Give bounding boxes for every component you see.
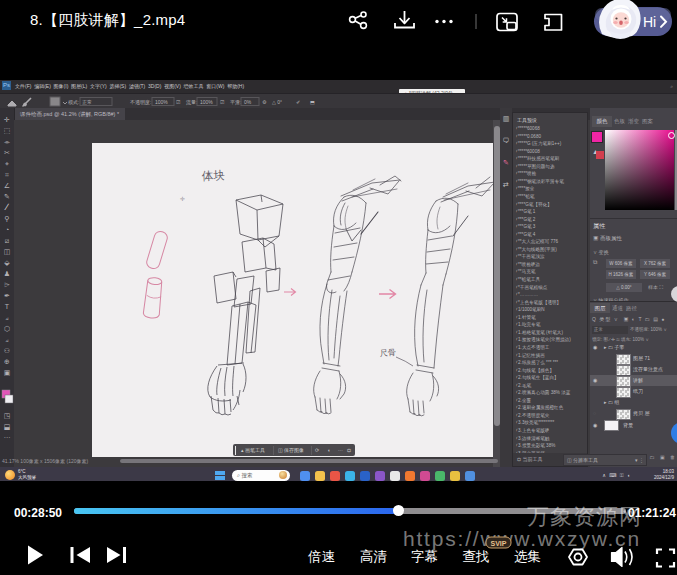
svg-text:100%: 100% (200, 99, 213, 105)
svg-text:⚇: ⚇ (4, 347, 10, 354)
svg-text:0%: 0% (244, 99, 252, 105)
svg-text:流量:: 流量: (186, 99, 197, 106)
svg-text:⬚: ⬚ (4, 127, 11, 134)
svg-text:⚲: ⚲ (4, 215, 9, 222)
svg-text:♟: ♟ (4, 270, 10, 277)
svg-text:☑: ☑ (220, 99, 224, 105)
svg-text:⌖: ⌖ (5, 160, 9, 167)
svg-text:✛: ✛ (180, 196, 185, 202)
svg-text:✐: ✐ (296, 99, 300, 105)
svg-text:⟓: ⟓ (5, 336, 8, 343)
svg-text:SVIP: SVIP (491, 540, 507, 547)
svg-text:△ 0°: △ 0° (272, 99, 282, 105)
svg-text:☑: ☑ (176, 99, 180, 105)
svg-text:⌲: ⌲ (4, 281, 10, 288)
svg-text:⬓: ⬓ (4, 423, 11, 430)
svg-text:正常: 正常 (82, 99, 92, 105)
svg-text:字幕: 字幕 (411, 549, 438, 564)
svg-text:100%: 100% (155, 99, 168, 105)
svg-text:∕: ∕ (4, 202, 9, 212)
svg-text:⬙: ⬙ (4, 259, 10, 266)
svg-text:⊕: ⊕ (4, 358, 10, 365)
svg-text:倍速: 倍速 (308, 549, 336, 564)
svg-text:◔: ◔ (5, 226, 9, 233)
svg-text:✎: ✎ (4, 193, 10, 200)
svg-text:✛: ✛ (4, 116, 10, 123)
svg-text:⚙: ⚙ (262, 99, 267, 105)
svg-text:⬒: ⬒ (310, 99, 315, 105)
svg-text:T: T (5, 303, 10, 310)
svg-text:✒: ✒ (4, 292, 10, 299)
svg-text:高清: 高清 (360, 549, 388, 564)
svg-text:⌯: ⌯ (4, 138, 10, 145)
svg-text:∠: ∠ (4, 182, 10, 189)
svg-text:◳: ◳ (4, 412, 11, 419)
svg-text:▣: ▣ (4, 369, 11, 376)
svg-text:模式:: 模式: (68, 99, 79, 105)
svg-text:平滑:: 平滑: (230, 99, 241, 106)
svg-text:尺骨: 尺骨 (380, 348, 397, 358)
svg-text:体块: 体块 (202, 169, 225, 182)
svg-text:✂: ✂ (4, 149, 10, 156)
svg-text:◫: ◫ (4, 248, 11, 255)
svg-text:选集: 选集 (514, 549, 541, 564)
svg-text:不透明度:: 不透明度: (130, 99, 151, 106)
svg-text:⟓: ⟓ (5, 314, 8, 321)
svg-text:⌗: ⌗ (5, 171, 9, 178)
svg-text:⧄: ⧄ (5, 237, 9, 244)
svg-text:⋯: ⋯ (4, 434, 11, 441)
svg-text:查找: 查找 (463, 549, 490, 564)
svg-text:Hi: Hi (643, 14, 656, 30)
svg-text:⬡: ⬡ (4, 325, 10, 332)
